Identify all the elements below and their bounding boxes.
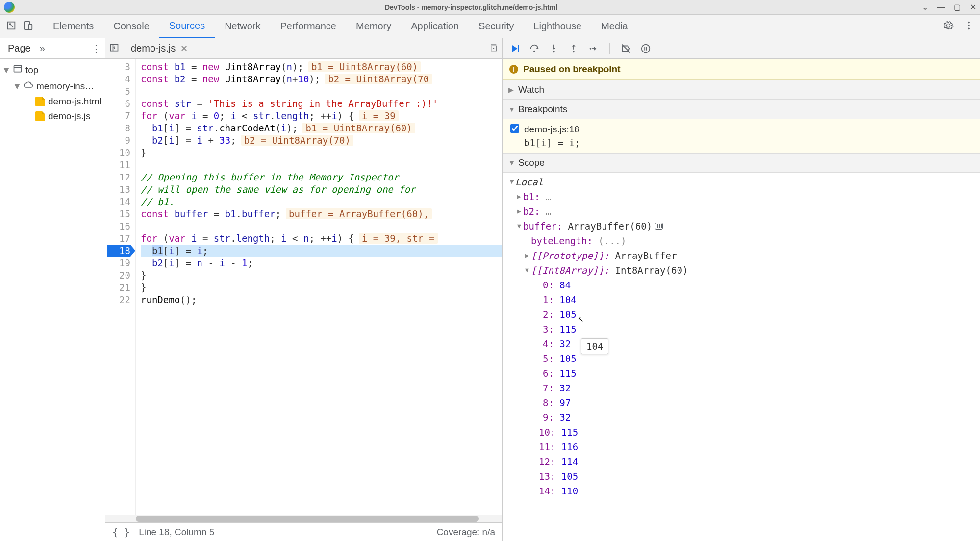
settings-icon[interactable] [943, 20, 954, 32]
caret-down-icon: ▼ [523, 263, 531, 278]
navigator-menu-icon[interactable]: ⋮ [91, 43, 101, 54]
navigator-page-tab[interactable]: Page [4, 41, 35, 56]
code-body[interactable]: const b1 = new Uint8Array(n);b1 = Uint8A… [136, 59, 502, 515]
panel-tab-application[interactable]: Application [401, 15, 469, 38]
scrollbar-thumb[interactable] [136, 516, 479, 522]
array-entry[interactable]: 9: 32 [503, 410, 980, 425]
svg-point-12 [533, 50, 535, 52]
array-entry[interactable]: 2: 105 [503, 307, 980, 322]
breakpoint-checkbox[interactable] [510, 124, 519, 133]
window-titlebar: DevTools - memory-inspector.glitch.me/de… [0, 0, 980, 15]
file-icon [35, 97, 45, 106]
file-tab-label: demo-js.js [131, 43, 176, 54]
breakpoints-section-header[interactable]: ▼ Breakpoints [503, 100, 980, 119]
array-entry[interactable]: 8: 97 [503, 395, 980, 410]
array-entry[interactable]: 5: 105 [503, 351, 980, 366]
panel-tab-elements[interactable]: Elements [43, 15, 103, 38]
tree-top-frame[interactable]: ▼ top [0, 62, 105, 78]
window-title: DevTools - memory-inspector.glitch.me/de… [21, 3, 922, 11]
file-icon [35, 111, 45, 121]
tree-domain[interactable]: ▼ memory-ins… [0, 78, 105, 94]
svg-point-16 [573, 51, 575, 52]
array-entry[interactable]: 10: 115 [503, 425, 980, 439]
step-over-button[interactable] [529, 43, 540, 54]
close-tab-icon[interactable]: ✕ [180, 43, 188, 54]
svg-point-4 [968, 28, 970, 30]
svg-rect-5 [14, 65, 22, 72]
scope-prototype[interactable]: ▶ [[Prototype]]: ArrayBuffer [503, 248, 980, 263]
svg-point-3 [968, 25, 970, 26]
panel-tab-sources[interactable]: Sources [159, 15, 215, 38]
svg-rect-1 [29, 24, 32, 29]
gutter[interactable]: 345678910111213141516171819202122 [105, 59, 136, 515]
scope-int8array[interactable]: ▼ [[Int8Array]]: Int8Array(60) [503, 263, 980, 278]
panel-tab-security[interactable]: Security [469, 15, 524, 38]
pretty-print-icon[interactable]: { } [112, 526, 130, 538]
minimize-button[interactable]: — [937, 3, 945, 11]
horizontal-scrollbar[interactable] [105, 515, 502, 522]
editor-panel: demo-js.js ✕ 345678910111213141516171819… [105, 38, 503, 541]
toggle-navigator-icon[interactable] [109, 43, 119, 54]
cloud-icon [24, 80, 33, 92]
inspect-element-icon[interactable] [6, 20, 17, 32]
step-into-button[interactable] [549, 43, 559, 54]
scope-body: ▼ Local ▶ b1: … ▶ b2: … ▼ buffer: ArrayB… [503, 173, 980, 500]
panel-tab-memory[interactable]: Memory [346, 15, 401, 38]
caret-down-icon: ▼ [508, 159, 514, 167]
chrome-icon [4, 2, 15, 13]
panel-tab-performance[interactable]: Performance [271, 15, 347, 38]
tree-top-label: top [25, 65, 38, 76]
tree-file[interactable]: demo-js.html [0, 94, 105, 109]
maximize-button[interactable]: ▢ [954, 3, 961, 11]
scope-var-buffer[interactable]: ▼ buffer: ArrayBuffer(60) [503, 219, 980, 233]
array-entry[interactable]: 12: 114 [503, 454, 980, 469]
panel-tab-console[interactable]: Console [103, 15, 159, 38]
watch-section-header[interactable]: ▶ Watch [503, 80, 980, 100]
caret-right-icon: ▶ [523, 248, 531, 263]
panel-tab-lighthouse[interactable]: Lighthouse [524, 15, 591, 38]
debugger-panel: i Paused on breakpoint ▶ Watch ▼ Breakpo… [503, 38, 980, 541]
navigator-more-tabs-icon[interactable]: » [40, 43, 45, 54]
caret-right-icon: ▶ [515, 204, 523, 219]
array-entry[interactable]: 13: 105 [503, 469, 980, 484]
array-entry[interactable]: 6: 115 [503, 366, 980, 381]
deactivate-breakpoints-button[interactable] [621, 43, 631, 54]
scope-bytelength[interactable]: byteLength: (...) [503, 233, 980, 248]
breakpoint-item[interactable]: demo-js.js:18 b1[i] = i; [510, 123, 974, 149]
scope-var-b2[interactable]: ▶ b2: … [503, 204, 980, 219]
panel-tab-network[interactable]: Network [215, 15, 270, 38]
kebab-menu-icon[interactable] [963, 20, 974, 32]
breakpoint-code: b1[i] = i; [524, 136, 580, 150]
array-entry[interactable]: 1: 104 [503, 292, 980, 307]
caret-down-icon: ▼ [14, 83, 21, 90]
editor-file-tab[interactable]: demo-js.js ✕ [126, 41, 193, 56]
info-icon: i [509, 65, 518, 74]
array-entry[interactable]: 11: 116 [503, 439, 980, 454]
pause-on-exceptions-button[interactable] [640, 43, 651, 54]
window-frame-icon [13, 64, 23, 76]
svg-rect-21 [646, 47, 647, 50]
array-entry[interactable]: 3: 115 [503, 322, 980, 336]
coverage-status: Coverage: n/a [437, 527, 495, 538]
window-menu-icon[interactable]: ⌄ [922, 3, 928, 11]
scope-local[interactable]: ▼ Local [503, 175, 980, 189]
array-entry[interactable]: 7: 32 [503, 381, 980, 395]
toggle-device-icon[interactable] [23, 20, 33, 32]
scope-var-b1[interactable]: ▶ b1: … [503, 189, 980, 204]
panel-tab-media[interactable]: Media [591, 15, 637, 38]
svg-point-19 [642, 44, 650, 52]
array-entry[interactable]: 0: 84 [503, 278, 980, 292]
array-entry[interactable]: 14: 110 [503, 484, 980, 498]
step-button[interactable] [588, 43, 599, 54]
memory-inspector-icon[interactable] [655, 223, 663, 230]
step-out-button[interactable] [568, 43, 579, 54]
resume-button[interactable] [509, 43, 520, 54]
array-entry[interactable]: 4: 32 [503, 336, 980, 351]
code-editor[interactable]: 345678910111213141516171819202122 const … [105, 59, 502, 515]
scope-section-header[interactable]: ▼ Scope [503, 153, 980, 173]
close-window-button[interactable]: ✕ [970, 3, 976, 11]
caret-down-icon: ▼ [3, 67, 10, 74]
tree-file[interactable]: demo-js.js [0, 109, 105, 124]
run-snippet-icon[interactable] [489, 43, 498, 53]
svg-rect-20 [644, 47, 645, 50]
